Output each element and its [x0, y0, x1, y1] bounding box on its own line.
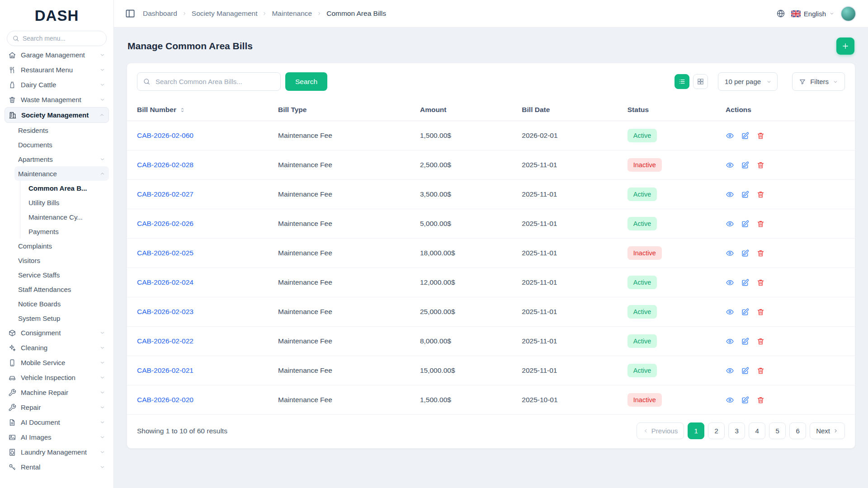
sidebar-item-machine-repair[interactable]: Machine Repair: [5, 385, 109, 400]
filters-button[interactable]: Filters: [792, 72, 845, 91]
column-header-bill-type[interactable]: Bill Type: [273, 99, 415, 121]
sidebar-item-system-setup[interactable]: System Setup: [14, 311, 109, 325]
language-selector[interactable]: English: [791, 10, 835, 18]
add-bill-button[interactable]: [836, 38, 854, 55]
page-button-4[interactable]: 4: [749, 422, 765, 439]
breadcrumb-item-common-area-bills[interactable]: Common Area Bills: [326, 9, 386, 18]
bill-number-link[interactable]: CAB-2026-02-060: [137, 131, 193, 139]
bills-search-input[interactable]: [137, 72, 281, 91]
sidebar-item-waste-management[interactable]: Waste Management: [5, 92, 109, 107]
delete-button[interactable]: [756, 395, 765, 404]
view-button[interactable]: [726, 190, 735, 199]
view-button[interactable]: [726, 337, 735, 346]
bill-number-link[interactable]: CAB-2026-02-025: [137, 249, 193, 257]
sidebar-item-ai-images[interactable]: AI Images: [5, 430, 109, 445]
grid-view-toggle[interactable]: [693, 74, 708, 89]
sidebar-item-staff-attendances[interactable]: Staff Attendances: [14, 282, 109, 296]
search-button[interactable]: Search: [285, 72, 327, 91]
page-button-2[interactable]: 2: [708, 422, 725, 439]
sidebar-item-documents[interactable]: Documents: [14, 137, 109, 152]
sidebar-item-payments[interactable]: Payments: [25, 224, 109, 239]
delete-button[interactable]: [756, 337, 765, 346]
breadcrumb-item-dashboard[interactable]: Dashboard: [143, 9, 177, 18]
edit-button[interactable]: [741, 307, 750, 316]
bill-number-link[interactable]: CAB-2026-02-027: [137, 190, 193, 198]
sidebar-toggle-button[interactable]: [125, 8, 136, 19]
sidebar-item-maintenance[interactable]: Maintenance: [14, 166, 109, 181]
delete-button[interactable]: [756, 190, 765, 199]
view-button[interactable]: [726, 219, 735, 228]
sidebar-item-mobile-service[interactable]: Mobile Service: [5, 355, 109, 370]
edit-button[interactable]: [741, 366, 750, 375]
bill-number-link[interactable]: CAB-2026-02-021: [137, 366, 193, 374]
delete-button[interactable]: [756, 366, 765, 375]
edit-button[interactable]: [741, 160, 750, 169]
edit-button[interactable]: [741, 249, 750, 258]
page-button-1[interactable]: 1: [688, 422, 704, 439]
sidebar-item-residents[interactable]: Residents: [14, 123, 109, 137]
sidebar-item-consignment[interactable]: Consignment: [5, 325, 109, 340]
sidebar-item-visitors[interactable]: Visitors: [14, 253, 109, 267]
edit-button[interactable]: [741, 190, 750, 199]
bill-number-link[interactable]: CAB-2026-02-028: [137, 161, 193, 169]
column-header-bill-number[interactable]: Bill Number: [127, 99, 273, 121]
edit-button[interactable]: [741, 278, 750, 287]
sidebar-item-laundry-management[interactable]: Laundry Management: [5, 445, 109, 460]
page-button-5[interactable]: 5: [769, 422, 786, 439]
sidebar-item-garage-management[interactable]: Garage Management: [5, 51, 109, 62]
view-button[interactable]: [726, 249, 735, 258]
delete-button[interactable]: [756, 131, 765, 140]
bill-number-link[interactable]: CAB-2026-02-024: [137, 278, 193, 286]
sidebar-item-vehicle-inspection[interactable]: Vehicle Inspection: [5, 370, 109, 385]
sidebar-item-service-staffs[interactable]: Service Staffs: [14, 267, 109, 282]
column-header-bill-date[interactable]: Bill Date: [516, 99, 622, 121]
bill-number-link[interactable]: CAB-2026-02-026: [137, 220, 193, 227]
bill-number-link[interactable]: CAB-2026-02-022: [137, 337, 193, 345]
sidebar-item-notice-boards[interactable]: Notice Boards: [14, 296, 109, 311]
sidebar-item-common-area-b[interactable]: Common Area B...: [25, 181, 109, 195]
chevron-down-icon: [99, 434, 105, 440]
delete-button[interactable]: [756, 307, 765, 316]
sidebar-item-ai-document[interactable]: AI Document: [5, 415, 109, 430]
edit-button[interactable]: [741, 337, 750, 346]
next-page-button[interactable]: Next: [810, 422, 845, 439]
edit-button[interactable]: [741, 131, 750, 140]
sidebar-item-complaints[interactable]: Complaints: [14, 239, 109, 253]
sidebar-item-repair[interactable]: Repair: [5, 400, 109, 415]
sidebar-item-restaurant-menu[interactable]: Restaurant Menu: [5, 62, 109, 77]
delete-button[interactable]: [756, 278, 765, 287]
sidebar-item-maintenance-cy[interactable]: Maintenance Cy...: [25, 210, 109, 224]
column-header-amount[interactable]: Amount: [415, 99, 516, 121]
user-avatar[interactable]: [840, 6, 856, 22]
edit-button[interactable]: [741, 395, 750, 404]
column-header-status[interactable]: Status: [622, 99, 720, 121]
previous-page-button[interactable]: Previous: [637, 422, 684, 439]
page-button-6[interactable]: 6: [789, 422, 806, 439]
view-button[interactable]: [726, 160, 735, 169]
sidebar-item-rental[interactable]: Rental: [5, 460, 109, 474]
breadcrumb-item-society-management[interactable]: Society Management: [192, 9, 258, 18]
breadcrumb-item-maintenance[interactable]: Maintenance: [272, 9, 312, 18]
sidebar-item-utility-bills[interactable]: Utility Bills: [25, 195, 109, 210]
list-view-toggle[interactable]: [675, 74, 689, 89]
bill-number-link[interactable]: CAB-2026-02-020: [137, 396, 193, 404]
sidebar-item-society-management[interactable]: Society Management: [5, 107, 109, 123]
language-globe-button[interactable]: [776, 9, 785, 18]
view-button[interactable]: [726, 395, 735, 404]
column-header-actions[interactable]: Actions: [720, 99, 855, 121]
view-button[interactable]: [726, 307, 735, 316]
sidebar-item-cleaning[interactable]: Cleaning: [5, 340, 109, 355]
view-button[interactable]: [726, 366, 735, 375]
edit-button[interactable]: [741, 219, 750, 228]
sidebar-item-dairy-cattle[interactable]: Dairy Cattle: [5, 77, 109, 92]
page-button-3[interactable]: 3: [728, 422, 745, 439]
sidebar-search-input[interactable]: [7, 31, 107, 46]
bill-number-link[interactable]: CAB-2026-02-023: [137, 308, 193, 315]
per-page-select[interactable]: 10 per page: [718, 72, 778, 91]
view-button[interactable]: [726, 278, 735, 287]
delete-button[interactable]: [756, 160, 765, 169]
sidebar-item-apartments[interactable]: Apartments: [14, 152, 109, 166]
delete-button[interactable]: [756, 249, 765, 258]
delete-button[interactable]: [756, 219, 765, 228]
view-button[interactable]: [726, 131, 735, 140]
